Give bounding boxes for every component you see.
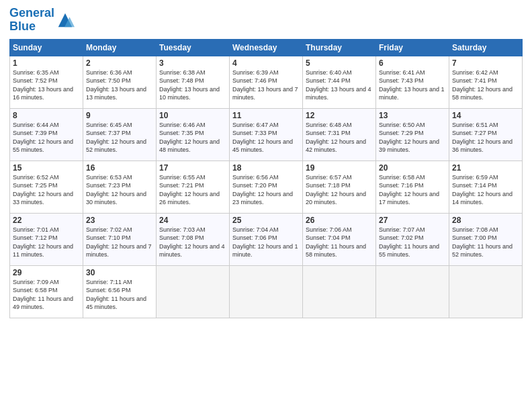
day-number: 2 — [86, 58, 153, 68]
calendar-cell: 6Sunrise: 6:41 AMSunset: 7:43 PMDaylight… — [376, 56, 449, 108]
calendar-cell: 20Sunrise: 6:58 AMSunset: 7:16 PMDayligh… — [376, 161, 449, 213]
day-number: 15 — [13, 163, 80, 173]
day-info: Sunrise: 6:41 AMSunset: 7:43 PMDaylight:… — [379, 68, 446, 102]
day-number: 5 — [306, 58, 373, 68]
calendar-cell: 5Sunrise: 6:40 AMSunset: 7:44 PMDaylight… — [303, 56, 376, 108]
day-number: 30 — [86, 268, 153, 277]
day-number: 25 — [232, 216, 300, 225]
weekday-monday: Monday — [83, 39, 157, 56]
day-info: Sunrise: 6:53 AMSunset: 7:23 PMDaylight:… — [86, 173, 153, 207]
calendar-week-5: 29Sunrise: 7:09 AMSunset: 6:58 PMDayligh… — [10, 265, 523, 318]
day-number: 23 — [86, 216, 153, 225]
calendar-week-2: 8Sunrise: 6:44 AMSunset: 7:39 PMDaylight… — [10, 108, 523, 161]
day-number: 18 — [232, 163, 300, 173]
day-number: 11 — [232, 111, 300, 120]
day-info: Sunrise: 6:38 AMSunset: 7:48 PMDaylight:… — [159, 68, 226, 102]
calendar-cell: 17Sunrise: 6:55 AMSunset: 7:21 PMDayligh… — [157, 161, 230, 213]
day-info: Sunrise: 6:42 AMSunset: 7:41 PMDaylight:… — [452, 68, 519, 102]
day-info: Sunrise: 6:59 AMSunset: 7:14 PMDaylight:… — [452, 173, 519, 207]
weekday-saturday: Saturday — [449, 39, 523, 56]
day-number: 6 — [379, 58, 446, 68]
logo-text2: Blue — [9, 20, 54, 34]
day-info: Sunrise: 7:09 AMSunset: 6:58 PMDaylight:… — [13, 278, 80, 312]
calendar-week-3: 15Sunrise: 6:52 AMSunset: 7:25 PMDayligh… — [10, 161, 523, 213]
weekday-sunday: Sunday — [10, 39, 83, 56]
calendar-table: SundayMondayTuesdayWednesdayThursdayFrid… — [9, 39, 523, 318]
day-number: 14 — [452, 111, 519, 120]
calendar-cell: 7Sunrise: 6:42 AMSunset: 7:41 PMDaylight… — [449, 56, 523, 108]
calendar-cell: 11Sunrise: 6:47 AMSunset: 7:33 PMDayligh… — [230, 108, 303, 161]
day-info: Sunrise: 6:36 AMSunset: 7:50 PMDaylight:… — [86, 68, 153, 102]
day-info: Sunrise: 6:55 AMSunset: 7:21 PMDaylight:… — [159, 173, 226, 207]
weekday-tuesday: Tuesday — [157, 39, 230, 56]
day-info: Sunrise: 6:51 AMSunset: 7:27 PMDaylight:… — [452, 121, 519, 154]
logo-text: General — [9, 7, 54, 20]
day-number: 27 — [379, 216, 446, 225]
logo: General Blue — [9, 7, 75, 34]
day-info: Sunrise: 7:03 AMSunset: 7:08 PMDaylight:… — [159, 226, 226, 259]
calendar-cell — [230, 265, 303, 318]
calendar-cell: 14Sunrise: 6:51 AMSunset: 7:27 PMDayligh… — [449, 108, 523, 161]
calendar-cell: 18Sunrise: 6:56 AMSunset: 7:20 PMDayligh… — [230, 161, 303, 213]
day-number: 29 — [13, 268, 80, 277]
weekday-thursday: Thursday — [303, 39, 376, 56]
calendar-cell: 19Sunrise: 6:57 AMSunset: 7:18 PMDayligh… — [303, 161, 376, 213]
weekday-friday: Friday — [376, 39, 449, 56]
day-info: Sunrise: 6:47 AMSunset: 7:33 PMDaylight:… — [232, 121, 300, 154]
header: General Blue — [9, 7, 523, 34]
calendar-cell — [376, 265, 449, 318]
calendar-cell: 23Sunrise: 7:02 AMSunset: 7:10 PMDayligh… — [83, 213, 157, 265]
calendar-cell: 4Sunrise: 6:39 AMSunset: 7:46 PMDaylight… — [230, 56, 303, 108]
calendar-cell: 12Sunrise: 6:48 AMSunset: 7:31 PMDayligh… — [303, 108, 376, 161]
calendar-cell: 28Sunrise: 7:08 AMSunset: 7:00 PMDayligh… — [449, 213, 523, 265]
calendar-cell — [157, 265, 230, 318]
calendar-cell: 24Sunrise: 7:03 AMSunset: 7:08 PMDayligh… — [157, 213, 230, 265]
calendar-cell: 9Sunrise: 6:45 AMSunset: 7:37 PMDaylight… — [83, 108, 157, 161]
calendar-week-1: 1Sunrise: 6:35 AMSunset: 7:52 PMDaylight… — [10, 56, 523, 108]
calendar-cell: 2Sunrise: 6:36 AMSunset: 7:50 PMDaylight… — [83, 56, 157, 108]
calendar-cell: 15Sunrise: 6:52 AMSunset: 7:25 PMDayligh… — [10, 161, 83, 213]
calendar-cell — [303, 265, 376, 318]
logo-icon — [56, 11, 75, 30]
day-info: Sunrise: 7:08 AMSunset: 7:00 PMDaylight:… — [452, 226, 519, 259]
day-info: Sunrise: 6:58 AMSunset: 7:16 PMDaylight:… — [379, 173, 446, 207]
day-number: 9 — [86, 111, 153, 120]
day-number: 10 — [159, 111, 226, 120]
day-number: 3 — [159, 58, 226, 68]
calendar-cell: 1Sunrise: 6:35 AMSunset: 7:52 PMDaylight… — [10, 56, 83, 108]
day-number: 24 — [159, 216, 226, 225]
day-info: Sunrise: 6:45 AMSunset: 7:37 PMDaylight:… — [86, 121, 153, 154]
calendar-week-4: 22Sunrise: 7:01 AMSunset: 7:12 PMDayligh… — [10, 213, 523, 265]
day-info: Sunrise: 7:06 AMSunset: 7:04 PMDaylight:… — [306, 226, 373, 259]
day-info: Sunrise: 7:01 AMSunset: 7:12 PMDaylight:… — [13, 226, 80, 259]
day-info: Sunrise: 6:39 AMSunset: 7:46 PMDaylight:… — [232, 68, 300, 102]
day-info: Sunrise: 7:07 AMSunset: 7:02 PMDaylight:… — [379, 226, 446, 259]
day-info: Sunrise: 6:56 AMSunset: 7:20 PMDaylight:… — [232, 173, 300, 207]
day-number: 21 — [452, 163, 519, 173]
calendar-container: General Blue SundayMondayTuesdayWednesda… — [0, 0, 532, 324]
day-number: 13 — [379, 111, 446, 120]
day-number: 22 — [13, 216, 80, 225]
calendar-cell: 8Sunrise: 6:44 AMSunset: 7:39 PMDaylight… — [10, 108, 83, 161]
calendar-cell: 21Sunrise: 6:59 AMSunset: 7:14 PMDayligh… — [449, 161, 523, 213]
day-info: Sunrise: 6:52 AMSunset: 7:25 PMDaylight:… — [13, 173, 80, 207]
day-info: Sunrise: 7:02 AMSunset: 7:10 PMDaylight:… — [86, 226, 153, 259]
day-number: 1 — [13, 58, 80, 68]
day-info: Sunrise: 6:44 AMSunset: 7:39 PMDaylight:… — [13, 121, 80, 154]
day-number: 16 — [86, 163, 153, 173]
calendar-cell: 16Sunrise: 6:53 AMSunset: 7:23 PMDayligh… — [83, 161, 157, 213]
day-number: 8 — [13, 111, 80, 120]
day-number: 19 — [306, 163, 373, 173]
day-info: Sunrise: 6:50 AMSunset: 7:29 PMDaylight:… — [379, 121, 446, 154]
day-number: 26 — [306, 216, 373, 225]
day-info: Sunrise: 6:40 AMSunset: 7:44 PMDaylight:… — [306, 68, 373, 102]
weekday-header-row: SundayMondayTuesdayWednesdayThursdayFrid… — [10, 39, 523, 56]
calendar-cell: 27Sunrise: 7:07 AMSunset: 7:02 PMDayligh… — [376, 213, 449, 265]
day-info: Sunrise: 7:11 AMSunset: 6:56 PMDaylight:… — [86, 278, 153, 312]
calendar-cell: 13Sunrise: 6:50 AMSunset: 7:29 PMDayligh… — [376, 108, 449, 161]
calendar-cell: 22Sunrise: 7:01 AMSunset: 7:12 PMDayligh… — [10, 213, 83, 265]
day-info: Sunrise: 6:46 AMSunset: 7:35 PMDaylight:… — [159, 121, 226, 154]
calendar-cell: 29Sunrise: 7:09 AMSunset: 6:58 PMDayligh… — [10, 265, 83, 318]
day-number: 17 — [159, 163, 226, 173]
day-info: Sunrise: 6:35 AMSunset: 7:52 PMDaylight:… — [13, 68, 80, 102]
